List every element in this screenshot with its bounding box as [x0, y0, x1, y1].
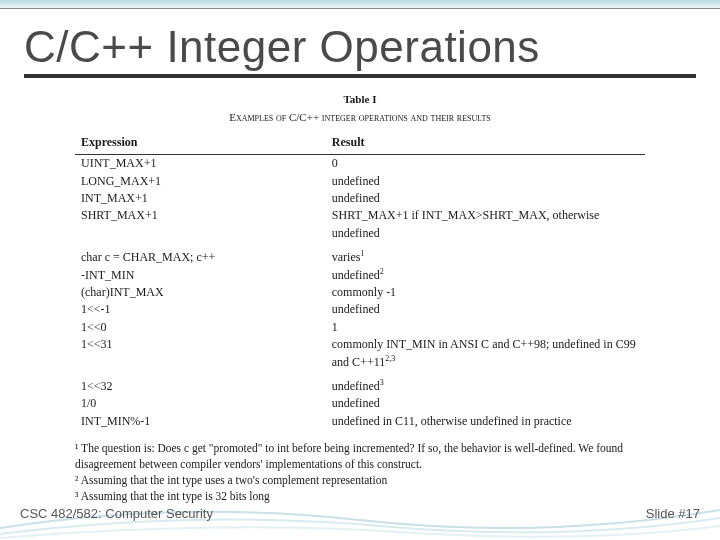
expr-cell: 1/0 [75, 395, 326, 412]
table-row: UINT_MAX+10 [75, 155, 645, 173]
result-cell: undefined [326, 173, 645, 190]
expr-cell: 1<<32 [75, 378, 326, 395]
slide-title: C/C++ Integer Operations [24, 22, 720, 72]
table-container: Table I Examples of C/C++ integer operat… [75, 92, 645, 505]
result-cell: commonly INT_MIN in ANSI C and C++98; un… [326, 336, 645, 371]
expr-cell: 1<<0 [75, 319, 326, 336]
table-row: INT_MIN%-1undefined in C11, otherwise un… [75, 413, 645, 430]
result-cell: undefined [326, 301, 645, 318]
result-cell: undefined2 [326, 267, 645, 284]
expr-cell: LONG_MAX+1 [75, 173, 326, 190]
table-row: 1/0undefined [75, 395, 645, 412]
table-row: (char)INT_MAXcommonly -1 [75, 284, 645, 301]
result-cell: 1 [326, 319, 645, 336]
table-row [75, 371, 645, 378]
table-row: 1<<01 [75, 319, 645, 336]
result-cell: SHRT_MAX+1 if INT_MAX>SHRT_MAX, otherwis… [326, 207, 645, 242]
slide-footer: CSC 482/582: Computer Security Slide #17 [0, 498, 720, 532]
table-row [75, 242, 645, 249]
table-subcaption: Examples of C/C++ integer operations and… [75, 110, 645, 126]
expr-cell: 1<<31 [75, 336, 326, 371]
expr-cell: -INT_MIN [75, 267, 326, 284]
result-cell: 0 [326, 155, 645, 173]
table-row: LONG_MAX+1undefined [75, 173, 645, 190]
result-cell: undefined3 [326, 378, 645, 395]
result-cell: undefined in C11, otherwise undefined in… [326, 413, 645, 430]
footnote-1: ¹ The question is: Does c get "promoted"… [75, 440, 645, 472]
expr-cell: char c = CHAR_MAX; c++ [75, 249, 326, 266]
table-row: 1<<31commonly INT_MIN in ANSI C and C++9… [75, 336, 645, 371]
footer-slide-number: Slide #17 [646, 506, 700, 521]
table-caption: Table I [75, 92, 645, 108]
expr-cell: 1<<-1 [75, 301, 326, 318]
table-row: char c = CHAR_MAX; c++varies1 [75, 249, 645, 266]
expr-cell: (char)INT_MAX [75, 284, 326, 301]
result-cell: commonly -1 [326, 284, 645, 301]
table-row: 1<<-1undefined [75, 301, 645, 318]
footnote-2: ² Assuming that the int type uses a two'… [75, 472, 645, 488]
table-row: SHRT_MAX+1SHRT_MAX+1 if INT_MAX>SHRT_MAX… [75, 207, 645, 242]
title-underline [24, 74, 696, 78]
footnotes: ¹ The question is: Does c get "promoted"… [75, 440, 645, 504]
operations-table: Expression Result UINT_MAX+10LONG_MAX+1u… [75, 132, 645, 430]
expr-cell: SHRT_MAX+1 [75, 207, 326, 242]
result-cell: undefined [326, 190, 645, 207]
expr-cell: UINT_MAX+1 [75, 155, 326, 173]
col-result: Result [326, 132, 645, 155]
slide-top-line [0, 8, 720, 9]
table-row: INT_MAX+1undefined [75, 190, 645, 207]
col-expression: Expression [75, 132, 326, 155]
table-row: 1<<32undefined3 [75, 378, 645, 395]
slide-top-border [0, 0, 720, 8]
footer-course: CSC 482/582: Computer Security [20, 506, 213, 521]
result-cell: undefined [326, 395, 645, 412]
expr-cell: INT_MAX+1 [75, 190, 326, 207]
table-row: -INT_MINundefined2 [75, 267, 645, 284]
result-cell: varies1 [326, 249, 645, 266]
expr-cell: INT_MIN%-1 [75, 413, 326, 430]
